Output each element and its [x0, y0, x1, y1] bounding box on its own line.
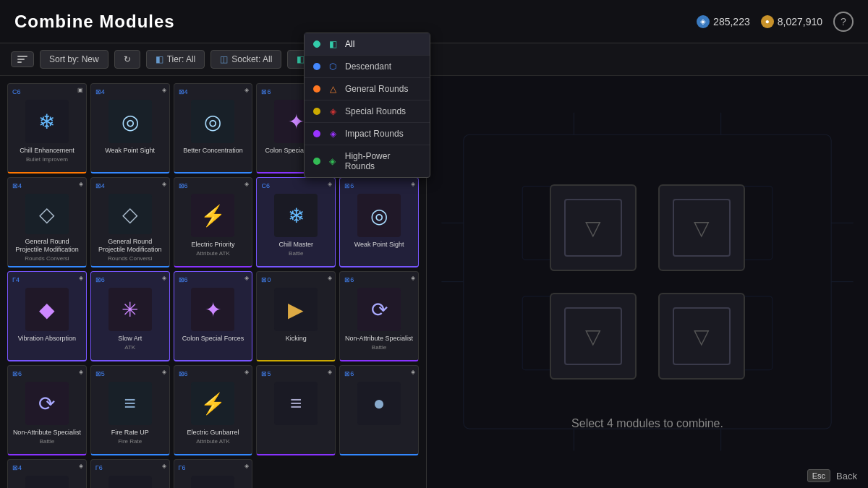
module-card-7[interactable]: ⊠4 ◈ ◇ General Round Projectile Modifica…: [90, 177, 170, 267]
module-card-23[interactable]: Γ6 ◈ ☽: [174, 459, 253, 488]
module-card-header-12: ⊠6 ◈: [95, 276, 165, 283]
module-card-17[interactable]: ⊠5 ◈ ≡ Fire Rate UP Fire Rate: [90, 365, 170, 455]
module-icon-area-16: ⟳: [25, 382, 69, 425]
help-button[interactable]: ?: [833, 12, 854, 32]
dd-type-icon-high-power-rounds: ◈: [328, 156, 338, 166]
currency-blue-value: 285,223: [713, 16, 750, 27]
bottom-bar: Esc Back: [796, 463, 868, 488]
combine-slot-2-inner: ▽: [673, 199, 731, 257]
tier-filter[interactable]: ◧ Tier: All: [146, 50, 205, 69]
module-icon-area-21: ▬: [25, 476, 69, 488]
module-tier-11: Γ4: [12, 276, 20, 283]
module-name-3: Better Concentration: [183, 147, 243, 155]
module-tier-13: ⊠6: [179, 276, 188, 283]
dropdown-item-special-rounds[interactable]: ◈ Special Rounds: [305, 100, 430, 123]
module-card-12[interactable]: ⊠6 ◈ ✳ Slow Art ATK: [90, 271, 170, 361]
currency-gold: ● 8,027,910: [761, 15, 822, 28]
module-card-21[interactable]: ⊠4 ◈ ▬: [7, 459, 87, 488]
module-tier-3: ⊠4: [179, 88, 188, 95]
currency-blue: ◈ 285,223: [697, 15, 750, 28]
module-name-17: Fire Rate UP: [111, 429, 149, 437]
module-card-header-21: ⊠4 ◈: [12, 464, 82, 471]
right-panel: ▽ ▽ ▽ ▽ Se: [427, 76, 868, 488]
dropdown-item-high-power-rounds[interactable]: ◈ High-Power Rounds: [305, 145, 430, 177]
module-name-10: Weak Point Sight: [354, 241, 404, 249]
module-card-header-9: C6 ◈: [261, 182, 331, 189]
module-tier-15: ⊠6: [344, 276, 354, 283]
select-modules-text: Select 4 modules to combine.: [571, 417, 723, 430]
dd-type-icon-descendant: ⬡: [328, 61, 338, 72]
dropdown-dot-all: [313, 40, 320, 48]
combine-slot-2[interactable]: ▽: [658, 184, 745, 271]
currency-blue-icon: ◈: [697, 15, 710, 28]
module-card-10[interactable]: ⊠6 ◈ ◎ Weak Point Sight: [339, 177, 419, 267]
slot-4-arrow: ▽: [694, 325, 710, 348]
module-card-18[interactable]: ⊠6 ◈ ⚡ Electric Gunbarrel Attribute ATK: [174, 365, 253, 455]
module-card-header-8: ⊠6 ◈: [179, 182, 248, 189]
module-card-header-15: ⊠6 ◈: [344, 276, 414, 283]
dropdown-item-impact-rounds[interactable]: ◈ Impact Rounds: [305, 123, 430, 145]
combine-slot-4[interactable]: ▽: [658, 293, 745, 380]
module-card-22[interactable]: Γ6 ◈ ☽: [90, 459, 170, 488]
module-card-8[interactable]: ⊠6 ◈ ⚡ Electric Priority Attribute ATK: [174, 177, 253, 267]
dropdown-item-descendant[interactable]: ⬡ Descendant: [305, 56, 430, 78]
module-card-9[interactable]: C6 ◈ ❄ Chill Master Battle: [256, 177, 336, 267]
sort-by-button[interactable]: Sort by: New: [40, 50, 109, 69]
module-card-15[interactable]: ⊠6 ◈ ⟳ Non-Attribute Specialist Battle: [339, 271, 419, 361]
combine-slot-1[interactable]: ▽: [550, 184, 637, 271]
module-tier-17: ⊠5: [95, 370, 105, 377]
module-card-6[interactable]: ⊠4 ◈ ◇ General Round Projectile Modifica…: [7, 177, 87, 267]
module-icon-23: ☽: [204, 486, 222, 489]
dd-type-icon-general-rounds: △: [328, 84, 338, 94]
dropdown-item-all[interactable]: ◧ All: [305, 33, 430, 56]
module-card-header-23: Γ6 ◈: [179, 464, 248, 471]
module-card-header-3: ⊠4 ◈: [179, 88, 248, 95]
module-card-14[interactable]: ⊠0 ◈ ▶ Kicking: [256, 271, 336, 361]
module-card-1[interactable]: C6 ▣ ❄ Chill Enhancement Bullet Improvem: [7, 83, 87, 174]
refresh-button[interactable]: ↻: [114, 50, 140, 69]
dropdown-item-general-rounds[interactable]: △ General Rounds: [305, 78, 430, 100]
module-icon-4: ✦: [288, 110, 305, 134]
module-card-16[interactable]: ⊠6 ◈ ⟳ Non-Attribute Specialist Battle: [7, 365, 87, 455]
module-icon-9: ❄: [288, 204, 305, 228]
module-card-19[interactable]: ⊠5 ◈ ≡: [256, 365, 336, 455]
module-card-header-2: ⊠4 ◈: [95, 88, 165, 95]
module-card-2[interactable]: ⊠4 ◈ ◎ Weak Point Sight: [90, 83, 170, 174]
socket-filter[interactable]: ◫ Socket: All: [210, 50, 281, 69]
module-icon-area-9: ❄: [274, 194, 318, 237]
module-card-20[interactable]: ⊠6 ◈ ●: [339, 365, 419, 455]
slot-1-arrow: ▽: [585, 216, 601, 240]
module-icon-area-20: ●: [357, 382, 401, 425]
socket-icon-3: ◈: [244, 87, 249, 93]
module-icon-6: ◇: [39, 202, 55, 226]
module-card-header-6: ⊠4 ◈: [12, 182, 82, 189]
dropdown-item-label-high-power-rounds: High-Power Rounds: [345, 151, 421, 171]
dropdown-dot-high-power-rounds: [313, 158, 320, 165]
socket-icon-23: ◈: [244, 463, 249, 469]
module-name-11: Vibration Absorption: [18, 335, 76, 343]
dropdown-dot-special-rounds: [313, 108, 320, 115]
module-icon-20: ●: [373, 392, 386, 415]
module-card-11[interactable]: Γ4 ◈ ◆ Vibration Absorption: [7, 271, 87, 361]
socket-icon-9: ◈: [328, 181, 332, 187]
combine-slots: ▽ ▽ ▽ ▽: [550, 184, 745, 380]
module-card-header-20: ⊠6 ◈: [344, 370, 414, 377]
module-category-17: Fire Rate: [118, 438, 142, 445]
currency-gold-value: 8,027,910: [778, 16, 822, 27]
sort-icon: [11, 51, 34, 67]
module-icon-area-15: ⟳: [357, 288, 401, 331]
module-name-9: Chill Master: [279, 241, 314, 249]
module-card-13[interactable]: ⊠6 ◈ ✦ Colon Special Forces: [174, 271, 253, 361]
module-card-header-14: ⊠0 ◈: [261, 276, 331, 283]
module-icon-area-23: ☽: [191, 476, 234, 488]
module-card-header-1: C6 ▣: [12, 88, 82, 95]
module-card-header-11: Γ4 ◈: [12, 276, 82, 283]
socket-icon-22: ◈: [162, 463, 166, 469]
module-name-6: General Round Projectile Modification: [12, 238, 82, 254]
combine-slot-1-inner: ▽: [564, 199, 622, 257]
module-card-3[interactable]: ⊠4 ◈ ◎ Better Concentration: [174, 83, 253, 174]
socket-icon-18: ◈: [244, 369, 249, 375]
currency-gold-icon: ●: [761, 15, 774, 28]
module-category-7: Rounds Conversi: [108, 255, 152, 262]
combine-slot-3[interactable]: ▽: [550, 293, 637, 380]
